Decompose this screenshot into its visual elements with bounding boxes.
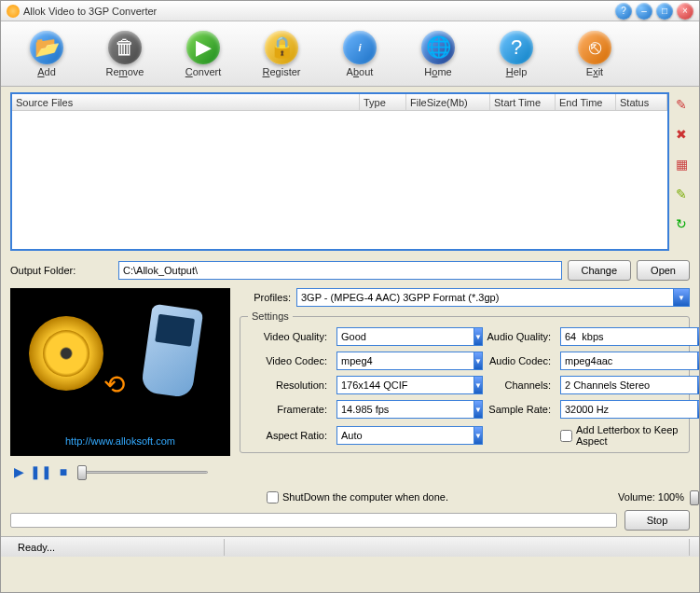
volume-label: Volume: 100% <box>618 491 684 503</box>
phone-icon <box>141 304 204 399</box>
register-button[interactable]: 🔒Register <box>243 26 320 82</box>
trash-icon: 🗑 <box>108 31 142 64</box>
change-button[interactable]: Change <box>568 260 632 281</box>
progress-bar <box>10 513 617 528</box>
sidebar-tool-icon[interactable]: ✎ <box>673 186 690 202</box>
sidebar-grid-icon[interactable]: ▦ <box>673 156 690 172</box>
lock-icon: 🔒 <box>265 31 298 64</box>
exit-button[interactable]: ⎋Exit <box>556 26 633 82</box>
status-cell-2 <box>225 539 690 556</box>
question-icon: ? <box>500 31 533 64</box>
globe-icon: 🌐 <box>421 31 455 64</box>
status-text: Ready... <box>10 539 225 556</box>
settings-legend: Settings <box>248 310 293 322</box>
main-toolbar: 📂Add 🗑Remove ▶Convert 🔒Register iAbout 🌐… <box>1 21 699 87</box>
video-quality-label: Video Quality: <box>248 331 327 342</box>
resolution-label: Resolution: <box>248 379 327 391</box>
window-help-button[interactable]: ? <box>615 3 632 20</box>
open-button[interactable]: Open <box>637 260 690 281</box>
output-folder-label: Output Folder: <box>10 265 113 276</box>
remove-button[interactable]: 🗑Remove <box>87 26 163 82</box>
add-button[interactable]: 📂Add <box>8 26 85 82</box>
shutdown-checkbox[interactable] <box>267 491 279 503</box>
window-minimize-button[interactable]: – <box>636 3 652 20</box>
settings-group: Settings Video Quality: ▼ Audio Quality:… <box>240 310 690 453</box>
film-reel-icon <box>29 316 103 391</box>
side-buttons: ✎ ✖ ▦ ✎ ↻ <box>673 92 690 251</box>
preview-seek-slider[interactable] <box>77 464 208 479</box>
letterbox-label: Add Letterbox to Keep Aspect <box>576 424 681 447</box>
col-end[interactable]: End Time <box>556 94 616 110</box>
sidebar-add-icon[interactable]: ✎ <box>673 96 690 113</box>
preview-play-button[interactable]: ▶ <box>10 463 27 480</box>
col-type[interactable]: Type <box>360 94 406 110</box>
home-button[interactable]: 🌐Home <box>400 26 476 82</box>
window-close-button[interactable]: × <box>677 3 693 20</box>
about-button[interactable]: iAbout <box>322 26 398 82</box>
col-status[interactable]: Status <box>616 94 667 110</box>
chevron-down-icon[interactable]: ▼ <box>673 288 690 307</box>
framerate-select[interactable] <box>336 400 474 419</box>
channels-label: Channels: <box>467 379 551 391</box>
preview-stop-button[interactable]: ■ <box>55 463 72 480</box>
video-quality-select[interactable] <box>336 327 474 346</box>
promo-url: http://www.alloksoft.com <box>65 435 175 447</box>
video-codec-select[interactable] <box>336 352 474 370</box>
window-maximize-button[interactable]: □ <box>656 3 673 20</box>
audio-quality-select[interactable] <box>560 327 697 346</box>
titlebar: Allok Video to 3GP Converter ? – □ × <box>1 1 699 21</box>
aspect-select[interactable] <box>336 426 474 445</box>
profiles-label: Profiles: <box>240 292 291 303</box>
profiles-select[interactable] <box>296 288 673 307</box>
aspect-label: Aspect Ratio: <box>248 430 327 441</box>
help-button[interactable]: ?Help <box>478 26 555 82</box>
resolution-select[interactable] <box>336 376 474 394</box>
promo-image: ⟲ http://www.alloksoft.com <box>10 288 230 456</box>
app-title: Allok Video to 3GP Converter <box>23 6 611 17</box>
stop-button[interactable]: Stop <box>625 510 690 531</box>
col-filesize[interactable]: FileSize(Mb) <box>406 94 490 110</box>
app-icon <box>7 5 20 18</box>
samplerate-select[interactable] <box>560 400 697 419</box>
audio-codec-select[interactable] <box>560 352 697 370</box>
table-header: Source Files Type FileSize(Mb) Start Tim… <box>12 94 667 111</box>
info-icon: i <box>343 31 377 64</box>
sidebar-remove-icon[interactable]: ✖ <box>673 126 690 143</box>
output-folder-input[interactable] <box>118 261 562 280</box>
video-codec-label: Video Codec: <box>248 355 327 366</box>
audio-quality-label: Audio Quality: <box>467 331 551 342</box>
play-icon: ▶ <box>186 31 220 64</box>
letterbox-checkbox[interactable] <box>560 430 572 442</box>
col-source[interactable]: Source Files <box>12 94 360 110</box>
shutdown-label: ShutDown the computer when done. <box>282 491 448 503</box>
col-start[interactable]: Start Time <box>490 94 556 110</box>
exit-icon: ⎋ <box>578 31 611 64</box>
convert-button[interactable]: ▶Convert <box>165 26 241 82</box>
status-bar: Ready... <box>1 536 699 557</box>
folder-add-icon: 📂 <box>30 31 63 64</box>
samplerate-label: Sample Rate: <box>467 404 551 415</box>
file-list-table[interactable]: Source Files Type FileSize(Mb) Start Tim… <box>10 92 669 251</box>
sidebar-refresh-icon[interactable]: ↻ <box>673 215 690 232</box>
convert-arrows-icon: ⟲ <box>103 369 125 400</box>
channels-select[interactable] <box>560 376 697 394</box>
preview-pause-button[interactable]: ❚❚ <box>33 463 49 480</box>
chevron-down-icon[interactable]: ▼ <box>474 426 483 445</box>
framerate-label: Framerate: <box>248 404 327 415</box>
audio-codec-label: Audio Codec: <box>467 355 551 366</box>
